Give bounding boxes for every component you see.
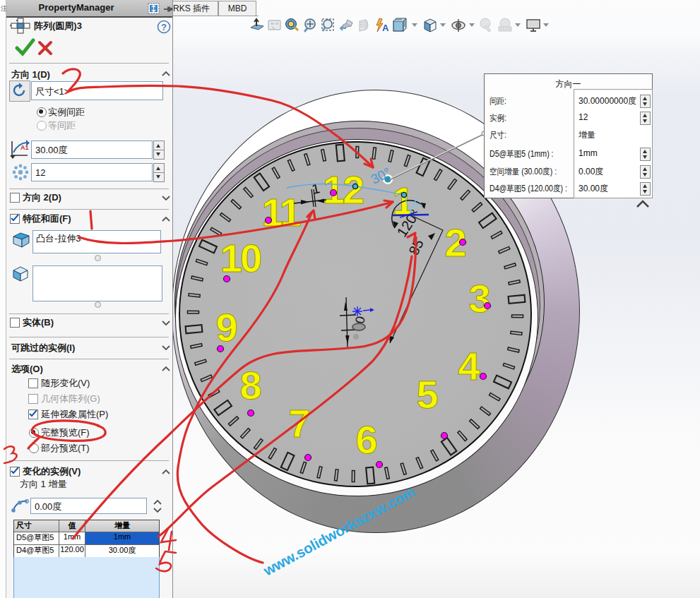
svg-text:85: 85 — [405, 237, 427, 258]
svg-text:7: 7 — [288, 401, 310, 445]
svg-text:3: 3 — [468, 276, 490, 321]
svg-text:5: 5 — [416, 372, 438, 417]
svg-text:www.solidworkszxw.com: www.solidworkszxw.com — [260, 484, 417, 579]
svg-text:A1: A1 — [20, 144, 29, 151]
svg-text:A: A — [382, 23, 389, 33]
svg-text:4: 4 — [458, 344, 480, 388]
svg-text:10: 10 — [220, 236, 261, 280]
svg-text:6: 6 — [355, 417, 377, 462]
svg-text:9: 9 — [215, 305, 237, 349]
svg-text:12: 12 — [323, 167, 363, 212]
svg-text:?: ? — [161, 22, 167, 32]
svg-text:8: 8 — [239, 363, 261, 407]
svg-text:11: 11 — [261, 190, 300, 234]
